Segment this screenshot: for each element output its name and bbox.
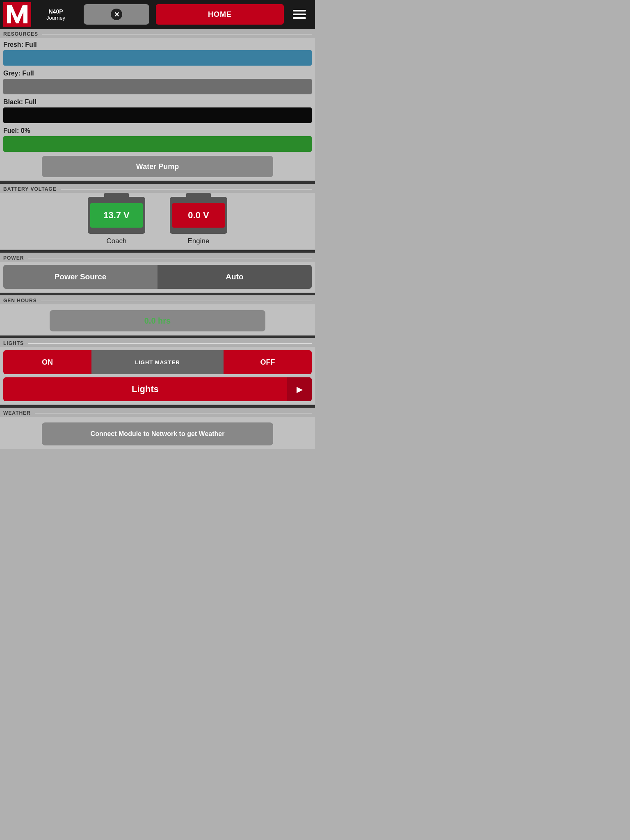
resources-title: RESOURCES — [3, 31, 38, 37]
lights-nav-button[interactable]: Lights ▶ — [3, 377, 312, 401]
resources-divider — [42, 34, 312, 34]
light-off-button[interactable]: OFF — [224, 350, 312, 374]
battery-row: 13.7 V Coach 0.0 V Engine — [3, 197, 312, 245]
gen-section-header: GEN HOURS — [0, 295, 315, 304]
fresh-bar — [3, 50, 312, 66]
grey-bar — [3, 79, 312, 94]
weather-title: WEATHER — [3, 410, 31, 416]
power-section-header: POWER — [0, 253, 315, 262]
vehicle-type: Journey — [46, 15, 65, 21]
coach-battery: 13.7 V Coach — [88, 197, 145, 245]
menu-button[interactable] — [287, 2, 312, 27]
vehicle-model: N40P — [48, 8, 63, 15]
engine-battery: 0.0 V Engine — [170, 197, 227, 245]
lights-divider — [28, 343, 312, 344]
light-master-label: LIGHT MASTER — [91, 350, 224, 374]
weather-section-header: WEATHER — [0, 408, 315, 417]
fuel-bar — [3, 136, 312, 152]
weather-divider — [35, 413, 312, 413]
power-title: POWER — [3, 255, 24, 261]
home-button[interactable]: HOME — [156, 4, 284, 25]
engine-battery-inner: 0.0 V — [172, 203, 225, 228]
gen-hours-button[interactable]: 0.0 hrs — [50, 310, 265, 331]
coach-battery-icon: 13.7 V — [88, 197, 145, 234]
engine-voltage: 0.0 V — [188, 210, 209, 221]
power-divider — [28, 258, 312, 258]
power-source-label[interactable]: Power Source — [3, 265, 158, 289]
lights-section: ON LIGHT MASTER OFF Lights ▶ — [0, 347, 315, 404]
coach-label: Coach — [106, 237, 126, 245]
fresh-label: Fresh: Full — [3, 41, 312, 48]
app-logo — [3, 2, 31, 27]
light-master-row: ON LIGHT MASTER OFF — [3, 350, 312, 374]
engine-battery-icon: 0.0 V — [170, 197, 227, 234]
coach-battery-inner: 13.7 V — [90, 203, 143, 228]
gen-section: 0.0 hrs — [0, 304, 315, 335]
battery-section: 13.7 V Coach 0.0 V Engine — [0, 193, 315, 249]
weather-section: Connect Module to Network to get Weather — [0, 417, 315, 449]
app-header: N40P Journey ✕ HOME — [0, 0, 315, 29]
fuel-label: Fuel: 0% — [3, 127, 312, 135]
battery-section-header: BATTERY VOLTAGE — [0, 184, 315, 193]
engine-label: Engine — [188, 237, 210, 245]
black-label: Black: Full — [3, 98, 312, 106]
coach-voltage: 13.7 V — [103, 210, 130, 221]
lights-nav-arrow-icon: ▶ — [287, 377, 312, 401]
vehicle-info: N40P Journey — [31, 8, 80, 21]
cancel-button[interactable]: ✕ — [84, 4, 149, 25]
lights-title: LIGHTS — [3, 340, 24, 346]
power-auto-label[interactable]: Auto — [158, 265, 312, 289]
resources-section-header: RESOURCES — [0, 29, 315, 38]
water-pump-button[interactable]: Water Pump — [42, 156, 273, 177]
power-section: Power Source Auto — [0, 262, 315, 292]
weather-connect-button[interactable]: Connect Module to Network to get Weather — [42, 422, 273, 445]
power-source-button[interactable]: Power Source Auto — [3, 265, 312, 289]
cancel-icon: ✕ — [111, 9, 122, 20]
gen-divider — [41, 301, 312, 301]
lights-nav-label: Lights — [3, 384, 287, 395]
svg-marker-0 — [7, 5, 27, 23]
grey-label: Grey: Full — [3, 70, 312, 77]
light-on-button[interactable]: ON — [3, 350, 91, 374]
resources-section: Fresh: Full Grey: Full Black: Full Fuel:… — [0, 38, 315, 180]
lights-section-header: LIGHTS — [0, 338, 315, 347]
battery-divider — [61, 189, 312, 189]
black-bar — [3, 107, 312, 123]
hamburger-icon — [293, 10, 306, 19]
gen-title: GEN HOURS — [3, 298, 37, 304]
battery-title: BATTERY VOLTAGE — [3, 186, 57, 192]
